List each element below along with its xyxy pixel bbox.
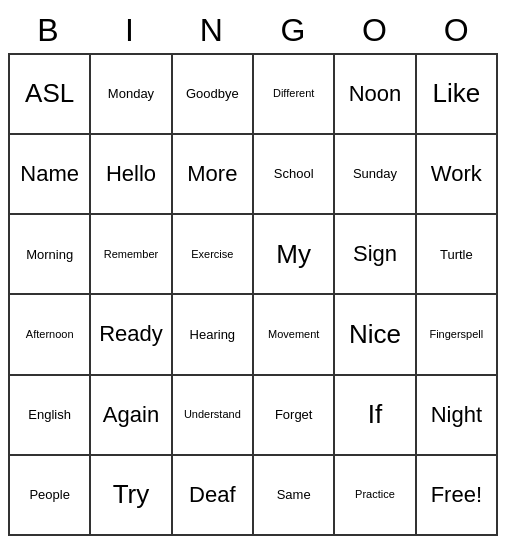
cell-r4-c4: If <box>335 376 416 456</box>
cell-r4-c3: Forget <box>254 376 335 456</box>
title-letter-4: O <box>335 8 417 53</box>
cell-r2-c0: Morning <box>10 215 91 295</box>
cell-text-r2-c0: Morning <box>26 247 73 263</box>
cell-r5-c1: Try <box>91 456 172 536</box>
cell-text-r1-c0: Name <box>20 161 79 187</box>
cell-text-r0-c3: Different <box>273 87 314 100</box>
cell-r2-c2: Exercise <box>173 215 254 295</box>
cell-text-r3-c1: Ready <box>99 321 163 347</box>
cell-text-r1-c1: Hello <box>106 161 156 187</box>
cell-r4-c1: Again <box>91 376 172 456</box>
title-letter-5: O <box>416 8 498 53</box>
cell-r0-c1: Monday <box>91 55 172 135</box>
cell-r2-c3: My <box>254 215 335 295</box>
cell-text-r4-c2: Understand <box>184 408 241 421</box>
title-letter-2: N <box>171 8 253 53</box>
cell-r3-c1: Ready <box>91 295 172 375</box>
cell-text-r4-c4: If <box>368 399 382 430</box>
cell-text-r5-c5: Free! <box>431 482 482 508</box>
cell-r3-c3: Movement <box>254 295 335 375</box>
cell-r2-c1: Remember <box>91 215 172 295</box>
cell-r2-c4: Sign <box>335 215 416 295</box>
cell-text-r3-c2: Hearing <box>190 327 236 343</box>
cell-text-r1-c3: School <box>274 166 314 182</box>
cell-text-r2-c2: Exercise <box>191 248 233 261</box>
cell-text-r2-c1: Remember <box>104 248 158 261</box>
cell-r0-c0: ASL <box>10 55 91 135</box>
cell-text-r5-c0: People <box>29 487 69 503</box>
cell-text-r5-c4: Practice <box>355 488 395 501</box>
cell-text-r5-c3: Same <box>277 487 311 503</box>
cell-text-r1-c5: Work <box>431 161 482 187</box>
cell-r1-c5: Work <box>417 135 498 215</box>
cell-r5-c4: Practice <box>335 456 416 536</box>
cell-text-r3-c4: Nice <box>349 319 401 350</box>
cell-text-r4-c1: Again <box>103 402 159 428</box>
cell-r1-c4: Sunday <box>335 135 416 215</box>
cell-r1-c2: More <box>173 135 254 215</box>
cell-text-r2-c3: My <box>276 239 311 270</box>
cell-text-r2-c5: Turtle <box>440 247 473 263</box>
cell-text-r4-c5: Night <box>431 402 482 428</box>
cell-text-r1-c4: Sunday <box>353 166 397 182</box>
cell-r1-c1: Hello <box>91 135 172 215</box>
cell-r0-c4: Noon <box>335 55 416 135</box>
cell-text-r0-c4: Noon <box>349 81 402 107</box>
cell-r0-c5: Like <box>417 55 498 135</box>
cell-text-r4-c3: Forget <box>275 407 313 423</box>
cell-r0-c2: Goodbye <box>173 55 254 135</box>
cell-r4-c5: Night <box>417 376 498 456</box>
cell-r1-c3: School <box>254 135 335 215</box>
cell-r1-c0: Name <box>10 135 91 215</box>
cell-text-r1-c2: More <box>187 161 237 187</box>
cell-r3-c5: Fingerspell <box>417 295 498 375</box>
cell-r2-c5: Turtle <box>417 215 498 295</box>
title-letter-1: I <box>90 8 172 53</box>
cell-r0-c3: Different <box>254 55 335 135</box>
cell-text-r3-c5: Fingerspell <box>429 328 483 341</box>
cell-r3-c2: Hearing <box>173 295 254 375</box>
cell-text-r5-c2: Deaf <box>189 482 235 508</box>
cell-r5-c3: Same <box>254 456 335 536</box>
cell-text-r0-c5: Like <box>432 78 480 109</box>
bingo-grid: ASLMondayGoodbyeDifferentNoonLikeNameHel… <box>8 53 498 536</box>
cell-text-r3-c0: Afternoon <box>26 328 74 341</box>
cell-r3-c0: Afternoon <box>10 295 91 375</box>
cell-text-r2-c4: Sign <box>353 241 397 267</box>
cell-r4-c0: English <box>10 376 91 456</box>
cell-text-r0-c2: Goodbye <box>186 86 239 102</box>
cell-r5-c0: People <box>10 456 91 536</box>
bingo-title: BINGOO <box>8 8 498 53</box>
cell-text-r4-c0: English <box>28 407 71 423</box>
title-letter-3: G <box>253 8 335 53</box>
cell-text-r0-c1: Monday <box>108 86 154 102</box>
title-letter-0: B <box>8 8 90 53</box>
cell-text-r5-c1: Try <box>113 479 150 510</box>
cell-r3-c4: Nice <box>335 295 416 375</box>
cell-r4-c2: Understand <box>173 376 254 456</box>
cell-r5-c5: Free! <box>417 456 498 536</box>
cell-text-r3-c3: Movement <box>268 328 319 341</box>
cell-text-r0-c0: ASL <box>25 78 74 109</box>
cell-r5-c2: Deaf <box>173 456 254 536</box>
